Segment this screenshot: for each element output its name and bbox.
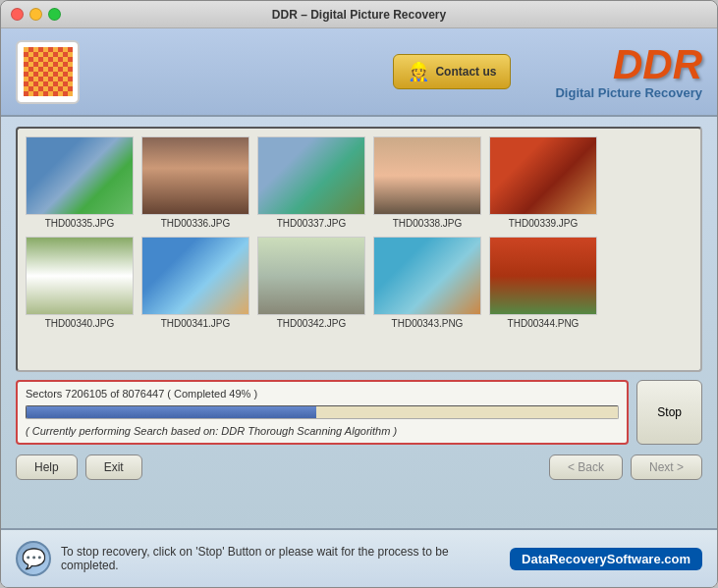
- thumbnail-image: [141, 136, 249, 215]
- brand-area: DDR Digital Picture Recovery: [555, 44, 702, 100]
- progress-bar-background: [26, 405, 619, 419]
- thumbnail-label: THD00338.JPG: [393, 218, 463, 229]
- list-item: THD00343.PNG: [373, 237, 481, 329]
- list-item: THD00335.JPG: [26, 136, 134, 229]
- contact-button[interactable]: 👷 Contact us: [393, 54, 511, 89]
- minimize-button[interactable]: [29, 8, 42, 21]
- info-bar: 💬 To stop recovery, click on 'Stop' Butt…: [1, 528, 717, 587]
- sectors-status: Sectors 7206105 of 8076447 ( Completed 4…: [26, 388, 619, 400]
- thumbnail-image: [373, 237, 481, 315]
- thumbnail-label: THD00335.JPG: [45, 218, 115, 229]
- thumbnail-image: [257, 237, 365, 315]
- thumbnail-label: THD00343.PNG: [392, 318, 464, 329]
- exit-button[interactable]: Exit: [85, 454, 142, 480]
- thumbnail-image: [26, 237, 134, 315]
- list-item: THD00342.JPG: [257, 237, 365, 329]
- list-item: THD00341.JPG: [141, 237, 249, 329]
- ddr-logo-text: DDR: [555, 44, 702, 85]
- thumbnail-label: THD00336.JPG: [161, 218, 231, 229]
- status-area: Sectors 7206105 of 8076447 ( Completed 4…: [16, 380, 629, 445]
- algo-status: ( Currently performing Search based on: …: [26, 425, 619, 437]
- contact-icon: 👷: [408, 61, 429, 82]
- maximize-button[interactable]: [48, 8, 61, 21]
- help-button[interactable]: Help: [16, 454, 78, 480]
- list-item: THD00340.JPG: [26, 237, 134, 329]
- thumbnail-label: THD00339.JPG: [509, 218, 579, 229]
- main-content: THD00335.JPG THD00336.JPG THD00337.JPG T…: [1, 117, 717, 528]
- window-controls: [11, 8, 61, 21]
- list-item: THD00336.JPG: [141, 136, 249, 229]
- logo-icon: [24, 47, 73, 96]
- header: 👷 Contact us DDR Digital Picture Recover…: [1, 28, 717, 117]
- window-title: DDR – Digital Picture Recovery: [272, 8, 446, 22]
- main-window: DDR – Digital Picture Recovery 👷 Contact…: [0, 0, 718, 588]
- close-button[interactable]: [11, 8, 24, 21]
- ddr-subtitle: Digital Picture Recovery: [555, 85, 702, 100]
- info-message: To stop recovery, click on 'Stop' Button…: [61, 545, 500, 572]
- back-button[interactable]: < Back: [549, 454, 623, 480]
- contact-label: Contact us: [435, 65, 496, 79]
- thumbnail-image: [489, 136, 597, 215]
- logo-box: [16, 40, 80, 104]
- thumbnail-label: THD00342.JPG: [277, 318, 347, 329]
- list-item: THD00344.PNG: [489, 237, 597, 329]
- thumbnail-image: [141, 237, 249, 315]
- info-icon: 💬: [16, 541, 51, 576]
- progress-bar-fill: [27, 406, 316, 418]
- list-item: THD00338.JPG: [373, 136, 481, 229]
- thumbnail-image: [489, 237, 597, 315]
- list-item: THD00337.JPG: [257, 136, 365, 229]
- stop-button[interactable]: Stop: [636, 380, 702, 445]
- thumbnail-label: THD00337.JPG: [277, 218, 347, 229]
- nav-row: Help Exit < Back Next >: [16, 454, 702, 480]
- next-button[interactable]: Next >: [631, 454, 702, 480]
- list-item: THD00339.JPG: [489, 136, 597, 229]
- thumbnail-panel: THD00335.JPG THD00336.JPG THD00337.JPG T…: [16, 127, 702, 372]
- thumbnail-label: THD00341.JPG: [161, 318, 231, 329]
- thumbnail-image: [257, 136, 365, 215]
- titlebar: DDR – Digital Picture Recovery: [1, 1, 717, 28]
- thumbnail-image: [373, 136, 481, 215]
- brand-label: DataRecoverySoftware.com: [510, 548, 702, 570]
- thumbnail-image: [26, 136, 134, 215]
- thumbnail-label: THD00344.PNG: [508, 318, 580, 329]
- thumbnail-label: THD00340.JPG: [45, 318, 115, 329]
